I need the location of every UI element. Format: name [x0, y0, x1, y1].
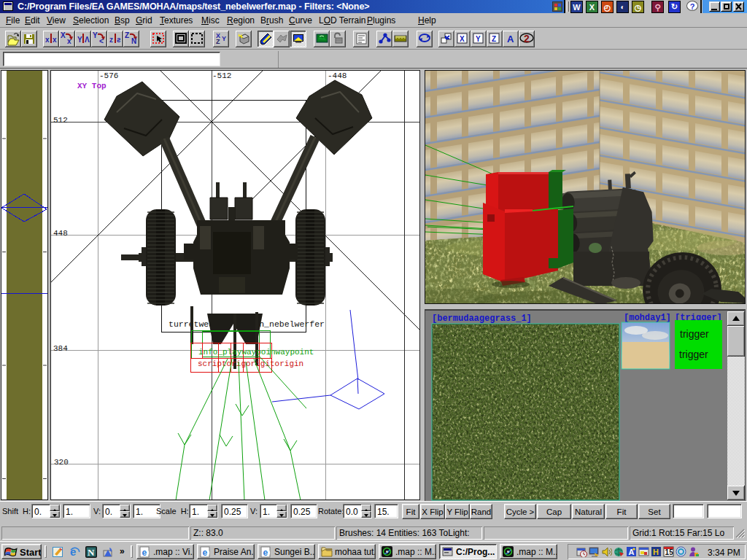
svg-text:320: 320 [54, 458, 69, 467]
svg-text:Z: Z [492, 35, 496, 43]
svg-text:x: x [67, 37, 71, 45]
svg-text:X: X [61, 31, 66, 39]
svg-text:Λ: Λ [85, 36, 90, 44]
svg-text:384: 384 [53, 344, 68, 353]
svg-text:e: e [142, 548, 147, 558]
svg-text:info_playwaypoinwaypoint: info_playwaypoinwaypoint [198, 348, 314, 357]
svg-text:448: 448 [53, 229, 68, 238]
svg-text:e: e [263, 548, 268, 558]
svg-text:N: N [131, 37, 136, 45]
svg-text:A: A [507, 34, 514, 44]
svg-text:512: 512 [53, 116, 68, 125]
svg-text:-448: -448 [328, 71, 347, 80]
svg-text:-576: -576 [99, 71, 118, 80]
svg-text:15: 15 [665, 548, 674, 556]
svg-text:scriptorigorigitorigin: scriptorigorigitorigin [198, 359, 303, 368]
svg-text:Z: Z [125, 31, 129, 39]
svg-text:<: < [99, 37, 104, 45]
svg-text:H: H [653, 548, 659, 556]
svg-text:Y: Y [77, 36, 82, 44]
svg-text:N: N [88, 547, 95, 558]
svg-text:trigger: trigger [679, 349, 708, 360]
svg-text:x: x [53, 36, 57, 44]
svg-text:Y: Y [222, 35, 226, 42]
svg-text:trigger: trigger [680, 328, 709, 340]
svg-text:[mohday1]: [mohday1] [624, 313, 671, 323]
svg-text:[bermudaagegrass_1]: [bermudaagegrass_1] [432, 314, 532, 324]
svg-text:ƨ: ƨ [117, 36, 121, 44]
svg-text:2: 2 [524, 33, 530, 44]
svg-text:x: x [45, 36, 50, 44]
svg-text:-512: -512 [212, 71, 231, 80]
svg-text:z: z [109, 36, 113, 44]
svg-text:e: e [202, 548, 207, 558]
svg-text:Y: Y [476, 35, 481, 43]
svg-text:XY Top: XY Top [77, 82, 107, 90]
svg-text:Z: Z [216, 38, 220, 45]
svg-text:Y: Y [93, 31, 98, 39]
svg-text:X: X [460, 35, 465, 43]
